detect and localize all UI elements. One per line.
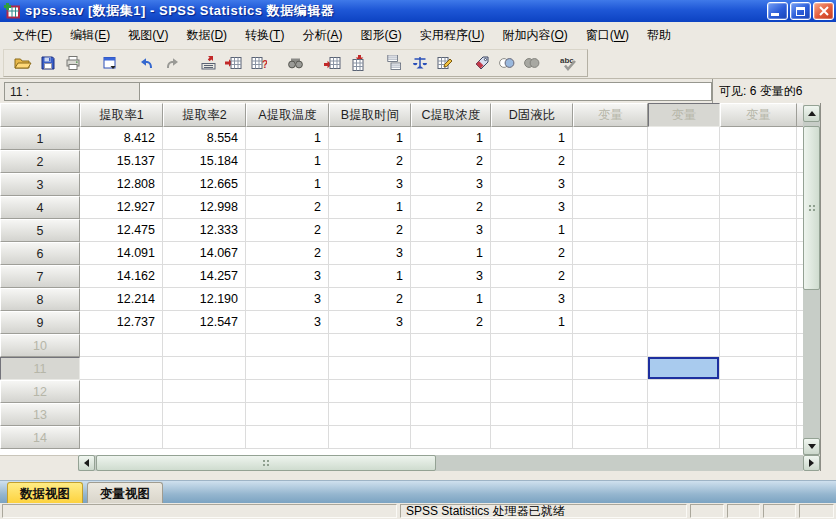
scroll-right-button[interactable]: [803, 455, 820, 471]
data-cell[interactable]: [648, 426, 720, 449]
column-header[interactable]: B提取时间: [329, 103, 411, 127]
maximize-button[interactable]: [790, 2, 811, 20]
data-cell[interactable]: [720, 357, 797, 380]
weight-cases-button[interactable]: [407, 51, 432, 75]
menu-item-utilities[interactable]: 实用程序(U): [411, 23, 494, 48]
data-cell[interactable]: 3: [246, 265, 329, 288]
data-cell[interactable]: [491, 426, 573, 449]
data-cell[interactable]: [163, 380, 246, 403]
menu-item-add-ons[interactable]: 附加内容(O): [493, 23, 576, 48]
data-cell[interactable]: 3: [491, 196, 573, 219]
data-cell[interactable]: [573, 380, 648, 403]
print-button[interactable]: [60, 51, 85, 75]
data-cell[interactable]: [648, 357, 720, 380]
data-cell[interactable]: 2: [246, 196, 329, 219]
data-cell[interactable]: [80, 403, 163, 426]
data-cell[interactable]: [163, 334, 246, 357]
data-cell[interactable]: 2: [411, 150, 491, 173]
data-cell[interactable]: 3: [491, 288, 573, 311]
row-header[interactable]: 4: [0, 196, 80, 219]
data-cell[interactable]: [411, 334, 491, 357]
data-cell[interactable]: [720, 127, 797, 150]
tab-data-view[interactable]: 数据视图: [7, 482, 83, 503]
data-cell[interactable]: 3: [329, 173, 411, 196]
data-cell[interactable]: 1: [411, 127, 491, 150]
menu-item-view[interactable]: 视图(V): [119, 23, 177, 48]
data-cell[interactable]: [720, 242, 797, 265]
data-cell[interactable]: [329, 357, 411, 380]
insert-case-button[interactable]: [320, 51, 345, 75]
data-cell[interactable]: [80, 426, 163, 449]
data-cell[interactable]: 1: [329, 127, 411, 150]
data-cell[interactable]: 12.927: [80, 196, 163, 219]
data-cell[interactable]: 2: [246, 219, 329, 242]
data-cell[interactable]: [648, 242, 720, 265]
data-cell[interactable]: 3: [329, 311, 411, 334]
minimize-button[interactable]: [767, 2, 788, 20]
data-cell[interactable]: 3: [411, 219, 491, 242]
data-cell[interactable]: 14.067: [163, 242, 246, 265]
menu-item-transform[interactable]: 转换(T): [236, 23, 293, 48]
split-file-button[interactable]: [382, 51, 407, 75]
data-cell[interactable]: [411, 403, 491, 426]
data-cell[interactable]: [329, 380, 411, 403]
menu-item-help[interactable]: 帮助: [638, 23, 680, 48]
data-cell[interactable]: [720, 426, 797, 449]
goto-variable-button[interactable]: [221, 51, 246, 75]
undo-button[interactable]: [134, 51, 159, 75]
spell-check-button[interactable]: abc: [556, 51, 581, 75]
data-cell[interactable]: 2: [329, 150, 411, 173]
row-header[interactable]: 10: [0, 334, 80, 357]
menu-item-graphs[interactable]: 图形(G): [351, 23, 410, 48]
column-header[interactable]: 变量: [648, 103, 720, 127]
data-cell[interactable]: [329, 334, 411, 357]
data-cell[interactable]: 14.257: [163, 265, 246, 288]
data-cell[interactable]: [246, 357, 329, 380]
data-cell[interactable]: [80, 380, 163, 403]
data-cell[interactable]: [573, 334, 648, 357]
scroll-down-button[interactable]: [803, 438, 820, 455]
data-cell[interactable]: [80, 357, 163, 380]
data-cell[interactable]: [648, 196, 720, 219]
horizontal-scrollbar-thumb[interactable]: [96, 455, 436, 471]
column-header[interactable]: D固液比: [491, 103, 573, 127]
menu-item-data[interactable]: 数据(D): [177, 23, 236, 48]
data-cell[interactable]: [411, 380, 491, 403]
row-header[interactable]: 8: [0, 288, 80, 311]
data-cell[interactable]: [246, 334, 329, 357]
data-cell[interactable]: 3: [411, 265, 491, 288]
data-cell[interactable]: [720, 150, 797, 173]
column-header[interactable]: 变量: [720, 103, 797, 127]
row-header[interactable]: 5: [0, 219, 80, 242]
close-button[interactable]: [813, 2, 834, 20]
data-cell[interactable]: [491, 380, 573, 403]
data-cell[interactable]: [329, 426, 411, 449]
vertical-scrollbar[interactable]: [803, 105, 820, 455]
data-cell[interactable]: [648, 334, 720, 357]
horizontal-scrollbar[interactable]: [78, 455, 803, 471]
data-cell[interactable]: 3: [246, 311, 329, 334]
data-cell[interactable]: 2: [491, 265, 573, 288]
column-header[interactable]: 提取率1: [80, 103, 163, 127]
row-header[interactable]: 13: [0, 403, 80, 426]
row-header[interactable]: 12: [0, 380, 80, 403]
data-cell[interactable]: 2: [411, 311, 491, 334]
data-cell[interactable]: 1: [491, 311, 573, 334]
data-cell[interactable]: [720, 288, 797, 311]
recall-dialogs-button[interactable]: [97, 51, 122, 75]
cell-editor-input[interactable]: [140, 82, 712, 101]
row-header[interactable]: 9: [0, 311, 80, 334]
data-cell[interactable]: 1: [491, 219, 573, 242]
row-header[interactable]: 7: [0, 265, 80, 288]
data-cell[interactable]: 1: [246, 127, 329, 150]
data-cell[interactable]: 12.190: [163, 288, 246, 311]
column-header[interactable]: 提取率2: [163, 103, 246, 127]
row-header[interactable]: 1: [0, 127, 80, 150]
data-cell[interactable]: [411, 357, 491, 380]
row-header[interactable]: 11: [0, 357, 80, 380]
data-cell[interactable]: [491, 403, 573, 426]
row-header[interactable]: 3: [0, 173, 80, 196]
data-cell[interactable]: 2: [491, 242, 573, 265]
data-cell[interactable]: [491, 357, 573, 380]
save-button[interactable]: [35, 51, 60, 75]
